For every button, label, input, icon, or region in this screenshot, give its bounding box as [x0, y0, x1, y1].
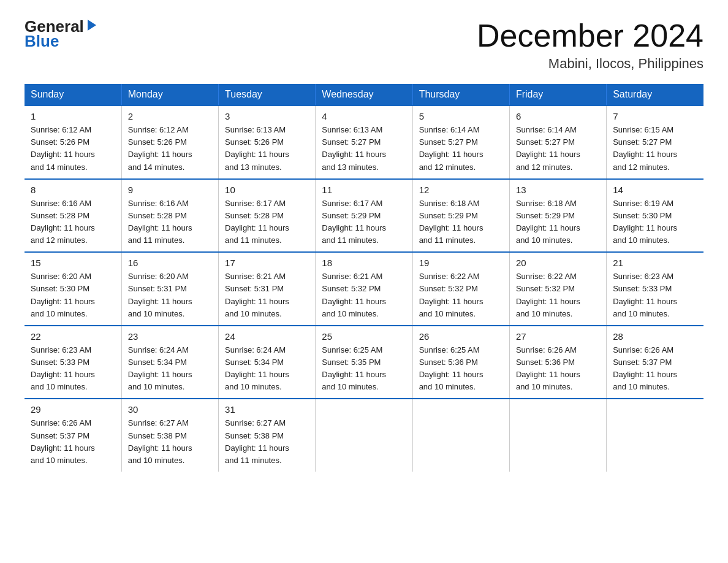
day-number: 4 [322, 111, 406, 121]
calendar-cell: 27Sunrise: 6:26 AMSunset: 5:36 PMDayligh… [509, 326, 606, 399]
calendar-cell: 10Sunrise: 6:17 AMSunset: 5:28 PMDayligh… [219, 179, 316, 253]
calendar-cell: 26Sunrise: 6:25 AMSunset: 5:36 PMDayligh… [412, 326, 509, 399]
calendar-cell: 19Sunrise: 6:22 AMSunset: 5:32 PMDayligh… [412, 252, 509, 326]
calendar-cell [412, 399, 509, 472]
calendar-cell: 24Sunrise: 6:24 AMSunset: 5:34 PMDayligh… [219, 326, 316, 399]
calendar-cell: 8Sunrise: 6:16 AMSunset: 5:28 PMDaylight… [25, 179, 121, 253]
day-info: Sunrise: 6:24 AMSunset: 5:34 PMDaylight:… [225, 344, 309, 394]
calendar-week-row: 15Sunrise: 6:20 AMSunset: 5:30 PMDayligh… [25, 252, 703, 326]
calendar-cell: 5Sunrise: 6:14 AMSunset: 5:27 PMDaylight… [412, 105, 509, 179]
calendar-cell: 14Sunrise: 6:19 AMSunset: 5:30 PMDayligh… [607, 179, 703, 253]
calendar-cell: 18Sunrise: 6:21 AMSunset: 5:32 PMDayligh… [316, 252, 412, 326]
calendar-cell: 17Sunrise: 6:21 AMSunset: 5:31 PMDayligh… [219, 252, 316, 326]
day-number: 29 [31, 404, 115, 415]
calendar-week-row: 1Sunrise: 6:12 AMSunset: 5:26 PMDaylight… [25, 105, 703, 179]
day-number: 12 [419, 185, 503, 195]
day-number: 28 [613, 331, 697, 342]
calendar-week-row: 8Sunrise: 6:16 AMSunset: 5:28 PMDaylight… [25, 179, 703, 253]
calendar-cell: 28Sunrise: 6:26 AMSunset: 5:37 PMDayligh… [607, 326, 703, 399]
header-thursday: Thursday [412, 84, 509, 105]
calendar-cell [316, 399, 412, 472]
calendar-cell: 12Sunrise: 6:18 AMSunset: 5:29 PMDayligh… [412, 179, 509, 253]
day-number: 21 [613, 258, 697, 268]
day-info: Sunrise: 6:26 AMSunset: 5:36 PMDaylight:… [516, 344, 600, 394]
day-info: Sunrise: 6:21 AMSunset: 5:32 PMDaylight:… [322, 270, 406, 320]
day-info: Sunrise: 6:27 AMSunset: 5:38 PMDaylight:… [225, 417, 309, 467]
day-info: Sunrise: 6:12 AMSunset: 5:26 PMDaylight:… [31, 124, 115, 174]
day-info: Sunrise: 6:25 AMSunset: 5:35 PMDaylight:… [322, 344, 406, 394]
calendar-cell: 21Sunrise: 6:23 AMSunset: 5:33 PMDayligh… [607, 252, 703, 326]
calendar-cell: 31Sunrise: 6:27 AMSunset: 5:38 PMDayligh… [219, 399, 316, 472]
day-number: 9 [128, 185, 212, 195]
day-number: 17 [225, 258, 309, 268]
day-number: 30 [128, 404, 212, 415]
day-info: Sunrise: 6:17 AMSunset: 5:29 PMDaylight:… [322, 197, 406, 247]
day-number: 13 [516, 185, 600, 195]
page-header: General Blue December 2024 Mabini, Iloco… [25, 18, 703, 72]
day-info: Sunrise: 6:20 AMSunset: 5:31 PMDaylight:… [128, 270, 212, 320]
day-info: Sunrise: 6:13 AMSunset: 5:27 PMDaylight:… [322, 124, 406, 174]
day-number: 16 [128, 258, 212, 268]
day-info: Sunrise: 6:27 AMSunset: 5:38 PMDaylight:… [128, 417, 212, 467]
calendar-week-row: 22Sunrise: 6:23 AMSunset: 5:33 PMDayligh… [25, 326, 703, 399]
calendar-cell [607, 399, 703, 472]
title-block: December 2024 Mabini, Ilocos, Philippine… [477, 18, 703, 72]
calendar-cell: 3Sunrise: 6:13 AMSunset: 5:26 PMDaylight… [219, 105, 316, 179]
day-number: 8 [31, 185, 115, 195]
calendar-cell: 20Sunrise: 6:22 AMSunset: 5:32 PMDayligh… [509, 252, 606, 326]
calendar-cell: 23Sunrise: 6:24 AMSunset: 5:34 PMDayligh… [121, 326, 218, 399]
header-monday: Monday [121, 84, 218, 105]
calendar-cell: 6Sunrise: 6:14 AMSunset: 5:27 PMDaylight… [509, 105, 606, 179]
day-info: Sunrise: 6:23 AMSunset: 5:33 PMDaylight:… [31, 344, 115, 394]
day-number: 11 [322, 185, 406, 195]
header-friday: Friday [509, 84, 606, 105]
logo-blue: Blue [25, 32, 59, 51]
day-info: Sunrise: 6:16 AMSunset: 5:28 PMDaylight:… [31, 197, 115, 247]
day-info: Sunrise: 6:22 AMSunset: 5:32 PMDaylight:… [419, 270, 503, 320]
header-saturday: Saturday [607, 84, 703, 105]
day-info: Sunrise: 6:13 AMSunset: 5:26 PMDaylight:… [225, 124, 309, 174]
day-info: Sunrise: 6:24 AMSunset: 5:34 PMDaylight:… [128, 344, 212, 394]
day-info: Sunrise: 6:23 AMSunset: 5:33 PMDaylight:… [613, 270, 697, 320]
day-number: 25 [322, 331, 406, 342]
day-info: Sunrise: 6:17 AMSunset: 5:28 PMDaylight:… [225, 197, 309, 247]
day-info: Sunrise: 6:21 AMSunset: 5:31 PMDaylight:… [225, 270, 309, 320]
day-number: 7 [613, 111, 697, 121]
day-number: 3 [225, 111, 309, 121]
calendar-cell: 2Sunrise: 6:12 AMSunset: 5:26 PMDaylight… [121, 105, 218, 179]
calendar-cell: 16Sunrise: 6:20 AMSunset: 5:31 PMDayligh… [121, 252, 218, 326]
day-number: 14 [613, 185, 697, 195]
header-tuesday: Tuesday [219, 84, 316, 105]
day-info: Sunrise: 6:18 AMSunset: 5:29 PMDaylight:… [516, 197, 600, 247]
day-number: 2 [128, 111, 212, 121]
day-number: 24 [225, 331, 309, 342]
day-info: Sunrise: 6:25 AMSunset: 5:36 PMDaylight:… [419, 344, 503, 394]
calendar-cell: 4Sunrise: 6:13 AMSunset: 5:27 PMDaylight… [316, 105, 412, 179]
calendar-table: SundayMondayTuesdayWednesdayThursdayFrid… [25, 84, 703, 472]
day-info: Sunrise: 6:14 AMSunset: 5:27 PMDaylight:… [516, 124, 600, 174]
calendar-cell: 7Sunrise: 6:15 AMSunset: 5:27 PMDaylight… [607, 105, 703, 179]
calendar-cell: 22Sunrise: 6:23 AMSunset: 5:33 PMDayligh… [25, 326, 121, 399]
day-number: 18 [322, 258, 406, 268]
calendar-cell: 11Sunrise: 6:17 AMSunset: 5:29 PMDayligh… [316, 179, 412, 253]
day-info: Sunrise: 6:12 AMSunset: 5:26 PMDaylight:… [128, 124, 212, 174]
day-number: 27 [516, 331, 600, 342]
calendar-cell: 15Sunrise: 6:20 AMSunset: 5:30 PMDayligh… [25, 252, 121, 326]
day-number: 1 [31, 111, 115, 121]
logo-arrow-icon [85, 18, 99, 32]
day-info: Sunrise: 6:26 AMSunset: 5:37 PMDaylight:… [31, 417, 115, 467]
day-info: Sunrise: 6:15 AMSunset: 5:27 PMDaylight:… [613, 124, 697, 174]
header-sunday: Sunday [25, 84, 121, 105]
day-number: 5 [419, 111, 503, 121]
day-info: Sunrise: 6:19 AMSunset: 5:30 PMDaylight:… [613, 197, 697, 247]
day-number: 19 [419, 258, 503, 268]
day-info: Sunrise: 6:14 AMSunset: 5:27 PMDaylight:… [419, 124, 503, 174]
day-number: 26 [419, 331, 503, 342]
day-number: 15 [31, 258, 115, 268]
day-number: 10 [225, 185, 309, 195]
calendar-cell: 13Sunrise: 6:18 AMSunset: 5:29 PMDayligh… [509, 179, 606, 253]
location-title: Mabini, Ilocos, Philippines [477, 56, 703, 72]
calendar-cell: 9Sunrise: 6:16 AMSunset: 5:28 PMDaylight… [121, 179, 218, 253]
calendar-cell: 29Sunrise: 6:26 AMSunset: 5:37 PMDayligh… [25, 399, 121, 472]
month-title: December 2024 [477, 18, 703, 53]
